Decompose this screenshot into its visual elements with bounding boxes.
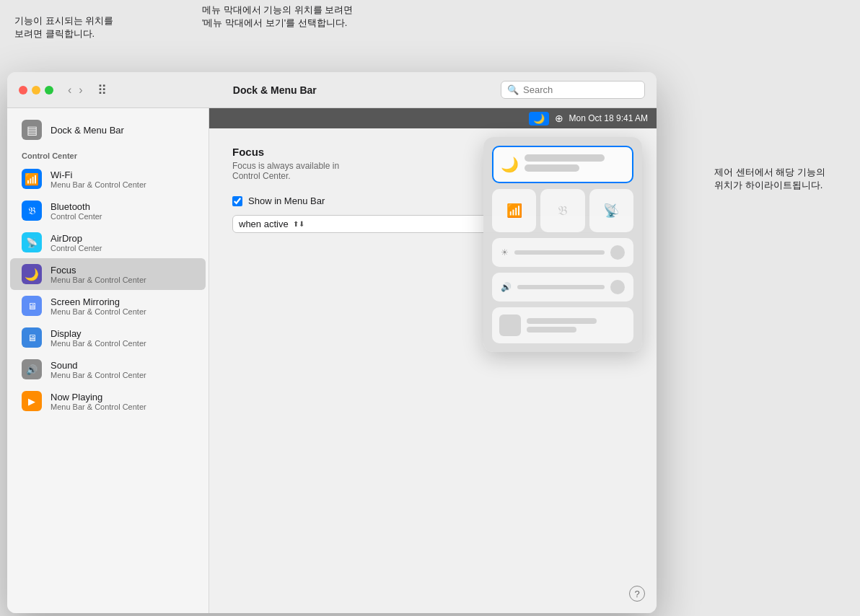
content-area: ▤ Dock & Menu Bar Control Center 📶 Wi-Fi… — [7, 108, 657, 613]
cc-slider-row-1: ☀ — [492, 238, 633, 267]
search-bar[interactable]: 🔍 — [501, 81, 645, 99]
cc-small-tiles-row: 📶 𝔅 📡 — [492, 189, 633, 232]
cc-slider-row-2: 🔊 — [492, 273, 633, 302]
sidebar-sublabel-focus: Menu Bar & Control Center — [51, 276, 146, 284]
menu-bar-time: Mon Oct 18 9:41 AM — [569, 113, 648, 123]
traffic-lights — [19, 86, 53, 94]
cc-slider-icon-1: ☀ — [501, 247, 509, 258]
now-playing-icon: ▶ — [22, 391, 42, 411]
sidebar-sublabel-airdrop: Control Center — [51, 244, 102, 252]
annotation-top-center: 메뉴 막대에서 기능의 위치를 보려면 '메뉴 막대에서 보기'를 선택합니다. — [202, 4, 353, 30]
sidebar-label-focus: Focus — [51, 265, 146, 276]
sidebar-label-airdrop: AirDrop — [51, 233, 102, 244]
sidebar-item-screen-mirroring[interactable]: 🖥 Screen Mirroring Menu Bar & Control Ce… — [10, 290, 206, 322]
search-icon: 🔍 — [507, 84, 519, 95]
cc-bottom-lines — [527, 314, 626, 336]
maximize-button[interactable] — [45, 86, 53, 94]
sidebar-sublabel-display: Menu Bar & Control Center — [51, 339, 146, 348]
wifi-icon: 📶 — [22, 169, 42, 189]
sidebar-label-bluetooth: Bluetooth — [51, 201, 102, 212]
sidebar-item-airdrop[interactable]: 📡 AirDrop Control Center — [10, 226, 206, 258]
main-window: ‹ › ⠿ Dock & Menu Bar 🔍 ▤ Dock & Menu Ba… — [7, 72, 657, 613]
cc-bottom-line-2 — [527, 327, 576, 333]
sidebar-item-sound[interactable]: 🔊 Sound Menu Bar & Control Center — [10, 353, 206, 385]
menu-bar-preview: 🌙 ⊕ Mon Oct 18 9:41 AM — [209, 108, 657, 128]
cc-bottom-line-1 — [527, 318, 597, 324]
sidebar-sublabel-wifi: Menu Bar & Control Center — [51, 180, 146, 189]
focus-icon: 🌙 — [22, 264, 42, 284]
sidebar-label-dock: Dock & Menu Bar — [51, 125, 124, 136]
screen-mirroring-icon: 🖥 — [22, 296, 42, 316]
main-panel: 🌙 ⊕ Mon Oct 18 9:41 AM Focus Focus is al… — [209, 108, 657, 613]
sidebar: ▤ Dock & Menu Bar Control Center 📶 Wi-Fi… — [7, 108, 209, 613]
cc-focus-moon-icon: 🌙 — [501, 156, 519, 173]
close-button[interactable] — [19, 86, 27, 94]
titlebar: ‹ › ⠿ Dock & Menu Bar 🔍 — [7, 72, 657, 108]
sidebar-sublabel-sound: Menu Bar & Control Center — [51, 371, 146, 379]
sidebar-item-wifi[interactable]: 📶 Wi-Fi Menu Bar & Control Center — [10, 163, 206, 195]
cc-focus-bar-1 — [525, 154, 605, 162]
menu-bar-icon-2: ⊕ — [555, 113, 563, 124]
show-menu-bar-checkbox[interactable] — [232, 196, 242, 206]
sidebar-label-sound: Sound — [51, 360, 146, 371]
annotation-right: 제어 센터에서 해당 기능의 위치가 하이라이트됩니다. — [714, 166, 825, 192]
bluetooth-icon: 𝔅 — [22, 201, 42, 221]
cc-slider-track-2 — [517, 285, 605, 289]
cc-focus-bar-2 — [525, 164, 579, 172]
window-title: Dock & Menu Bar — [58, 84, 492, 96]
cc-small-tile-1: 📶 — [492, 189, 536, 232]
sidebar-label-now-playing: Now Playing — [51, 392, 146, 402]
search-input[interactable] — [523, 84, 631, 95]
sidebar-item-focus[interactable]: 🌙 Focus Menu Bar & Control Center — [10, 258, 206, 290]
control-center-preview: 🌙 📶 𝔅 📡 — [483, 137, 642, 352]
cc-focus-tile: 🌙 — [492, 146, 633, 183]
sound-icon: 🔊 — [22, 359, 42, 379]
minimize-button[interactable] — [32, 86, 40, 94]
sidebar-sublabel-bluetooth: Control Center — [51, 212, 102, 221]
sidebar-label-screen-mirroring: Screen Mirroring — [51, 296, 146, 307]
dock-icon: ▤ — [22, 120, 42, 140]
sidebar-label-display: Display — [51, 328, 146, 339]
section-header-control-center: Control Center — [7, 146, 209, 163]
sidebar-item-dock-menu-bar[interactable]: ▤ Dock & Menu Bar — [10, 114, 206, 146]
cc-slider-circle-2 — [610, 280, 625, 294]
annotation-top-left: 기능이 표시되는 위치를 보려면 클릭합니다. — [14, 14, 113, 40]
cc-bottom-square — [499, 314, 521, 336]
sidebar-item-display[interactable]: 🖥 Display Menu Bar & Control Center — [10, 322, 206, 353]
sidebar-sublabel-screen-mirroring: Menu Bar & Control Center — [51, 307, 146, 316]
display-icon: 🖥 — [22, 327, 42, 348]
cc-slider-circle-1 — [610, 245, 625, 260]
help-button[interactable]: ? — [629, 586, 645, 602]
cc-slider-icon-2: 🔊 — [501, 282, 512, 292]
sidebar-item-now-playing[interactable]: ▶ Now Playing Menu Bar & Control Center — [10, 385, 206, 417]
sidebar-sublabel-now-playing: Menu Bar & Control Center — [51, 402, 146, 411]
cc-slider-track-1 — [514, 250, 605, 255]
cc-small-tile-2: 𝔅 — [540, 189, 584, 232]
focus-menu-bar-icon: 🌙 — [529, 112, 549, 126]
cc-bottom-area — [492, 307, 633, 343]
sidebar-item-bluetooth[interactable]: 𝔅 Bluetooth Control Center — [10, 195, 206, 226]
dropdown-arrow-icon: ⬆⬇ — [293, 220, 304, 228]
cc-small-tile-3: 📡 — [589, 189, 633, 232]
dropdown-value: when active — [239, 219, 289, 229]
show-menu-bar-label: Show in Menu Bar — [248, 195, 325, 206]
sidebar-label-wifi: Wi-Fi — [51, 170, 146, 180]
airdrop-icon: 📡 — [22, 232, 42, 252]
